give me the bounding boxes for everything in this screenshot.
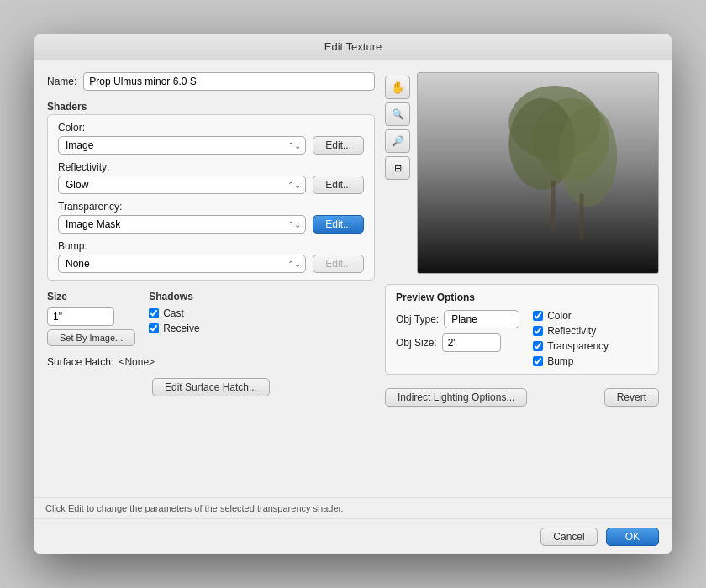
set-by-image-button[interactable]: Set By Image... [47,329,135,346]
bump-edit-button[interactable]: Edit... [313,255,364,273]
reflectivity-row: Reflectivity: Glow ⌃⌄ Edit... [58,161,364,194]
obj-type-row: Obj Type: Plane [396,310,519,328]
dialog-title: Edit Texture [324,40,382,53]
bump-label: Bump: [58,240,364,252]
surface-hatch-label: Surface Hatch: [47,356,113,368]
name-row: Name: [47,72,375,91]
transparency-select[interactable]: Image Mask [58,215,306,234]
bump-select[interactable]: None [58,255,306,273]
cast-checkbox[interactable] [149,308,159,318]
reset-view-button[interactable]: ⊞ [385,156,410,180]
shaders-section: Shaders Color: Image ⌃⌄ Edit... [47,101,375,281]
surface-hatch-value: <None> [119,356,155,368]
bump-row: Bump: None ⌃⌄ Edit... [58,240,364,273]
preview-options-grid: Obj Type: Plane Obj Size: [396,310,648,367]
size-shadows-row: Size Set By Image... Shadows Cast Receiv… [47,291,375,346]
obj-type-select[interactable]: Plane [444,310,519,328]
tree-preview-svg [418,73,658,273]
reflectivity-edit-button[interactable]: Edit... [313,176,364,194]
preview-area: ✋ 🔍 🔎 ⊞ [385,72,659,274]
transparency-check-label: Transparency [547,340,609,352]
obj-size-label: Obj Size: [396,337,437,349]
obj-type-select-wrapper[interactable]: Plane [444,310,519,328]
zoom-out-icon: 🔎 [392,135,404,147]
transparency-select-wrapper[interactable]: Image Mask ⌃⌄ [58,215,306,234]
name-input[interactable] [83,72,375,91]
zoom-in-icon: 🔍 [392,108,404,120]
obj-fields: Obj Type: Plane Obj Size: [396,310,519,367]
shaders-label: Shaders [47,101,375,113]
dialog-footer: Cancel OK [34,518,672,554]
transparency-label: Transparency: [58,201,364,213]
color-edit-button[interactable]: Edit... [313,136,364,155]
receive-label: Receive [163,323,199,334]
title-bar: Edit Texture [34,34,672,60]
svg-rect-6 [580,194,584,240]
status-bar: Click Edit to change the parameters of t… [34,497,672,518]
edit-texture-dialog: Edit Texture Name: Shaders Color: [34,34,672,554]
reflectivity-check-label: Reflectivity [547,325,596,337]
transparency-row: Transparency: Image Mask ⌃⌄ Edit... [58,201,364,234]
obj-type-label: Obj Type: [396,313,439,325]
reflectivity-label: Reflectivity: [58,161,364,173]
size-box: Size Set By Image... [47,291,135,346]
hand-icon: ✋ [391,81,405,94]
edit-surface-hatch-container: Edit Surface Hatch... [47,378,375,396]
svg-point-4 [559,107,617,207]
reset-icon: ⊞ [394,163,402,174]
preview-image [417,72,659,274]
left-panel: Name: Shaders Color: Image [47,72,375,486]
transparency-check[interactable] [533,341,543,351]
indirect-revert-row: Indirect Lighting Options... Revert [385,388,659,407]
color-label: Color: [58,122,364,134]
preview-checkboxes: Color Reflectivity Transparency Bum [533,310,609,367]
color-check-label: Color [547,310,572,322]
status-text: Click Edit to change the parameters of t… [45,503,344,513]
obj-size-row: Obj Size: [396,333,519,352]
transparency-edit-button[interactable]: Edit... [313,215,364,234]
size-label: Size [47,291,135,302]
reflectivity-check-row[interactable]: Reflectivity [533,325,609,337]
cast-checkbox-row[interactable]: Cast [149,307,199,319]
preview-options-title: Preview Options [396,291,648,303]
shaders-box: Color: Image ⌃⌄ Edit... [47,114,375,281]
right-panel: ✋ 🔍 🔎 ⊞ [385,72,659,486]
shadows-label: Shadows [149,291,199,302]
hand-tool-button[interactable]: ✋ [385,76,410,99]
preview-tools: ✋ 🔍 🔎 ⊞ [385,72,410,274]
color-check[interactable] [533,311,543,321]
bump-check-row[interactable]: Bump [533,355,609,367]
size-input[interactable] [47,307,114,326]
cast-label: Cast [163,307,184,319]
cancel-button[interactable]: Cancel [540,528,597,546]
reflectivity-select[interactable]: Glow [58,176,306,194]
zoom-out-button[interactable]: 🔎 [385,129,410,153]
bump-check-label: Bump [547,355,573,367]
obj-size-input[interactable] [442,333,501,352]
bump-check[interactable] [533,356,543,366]
revert-button[interactable]: Revert [604,388,659,407]
name-label: Name: [47,76,76,87]
transparency-check-row[interactable]: Transparency [533,340,609,352]
zoom-in-button[interactable]: 🔍 [385,102,410,126]
svg-rect-5 [551,181,556,232]
receive-checkbox-row[interactable]: Receive [149,323,199,334]
surface-hatch-row: Surface Hatch: <None> [47,356,375,368]
bump-select-wrapper[interactable]: None ⌃⌄ [58,255,306,273]
preview-options-box: Preview Options Obj Type: Plane [385,284,659,375]
color-check-row[interactable]: Color [533,310,609,322]
indirect-lighting-button[interactable]: Indirect Lighting Options... [385,388,527,407]
color-select-wrapper[interactable]: Image ⌃⌄ [58,136,306,155]
shadows-box: Shadows Cast Receive [149,291,199,346]
color-row: Color: Image ⌃⌄ Edit... [58,122,364,155]
ok-button[interactable]: OK [606,528,659,546]
receive-checkbox[interactable] [149,323,159,333]
color-select[interactable]: Image [58,136,306,155]
reflectivity-check[interactable] [533,326,543,336]
reflectivity-select-wrapper[interactable]: Glow ⌃⌄ [58,176,306,194]
edit-surface-hatch-button[interactable]: Edit Surface Hatch... [152,378,270,396]
